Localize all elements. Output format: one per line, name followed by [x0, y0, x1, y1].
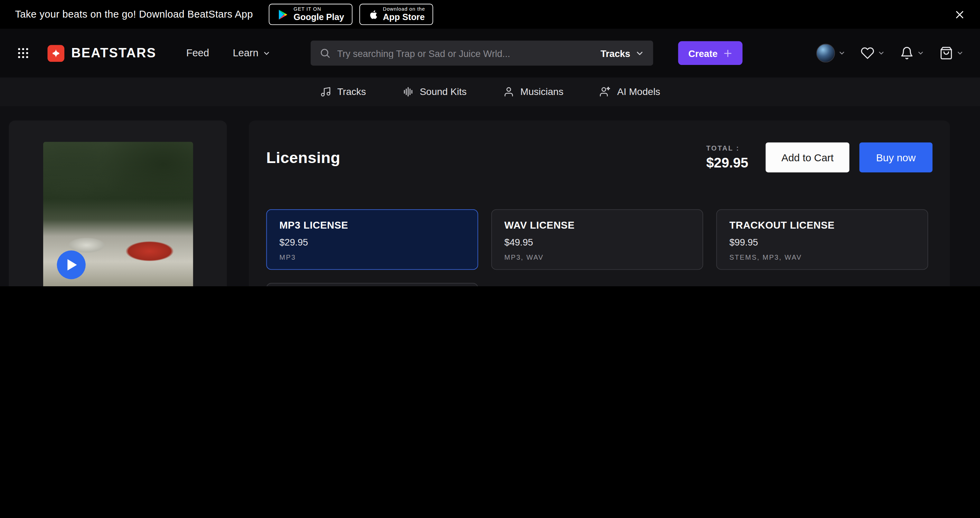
search-icon — [320, 47, 331, 59]
subnav-item-sound-kits[interactable]: Sound Kits — [402, 86, 466, 98]
create-button[interactable]: Create — [678, 41, 743, 65]
chevron-down-icon — [917, 49, 924, 57]
main-nav: Feed Learn — [186, 47, 271, 59]
license-options-grid: MP3 LICENSE $29.95 MP3 WAV LICENSE $49.9… — [266, 209, 929, 286]
person-sparkle-icon — [600, 86, 611, 98]
add-to-cart-button[interactable]: Add to Cart — [766, 142, 849, 172]
app-store-badge[interactable]: Download on the App Store — [359, 4, 433, 25]
store-badges: GET IT ON Google Play Download on the Ap… — [269, 4, 433, 25]
beatstars-logo[interactable]: BEATSTARS — [47, 44, 156, 62]
license-card-mp3[interactable]: MP3 LICENSE $29.95 MP3 — [266, 209, 478, 270]
subnav-item-musicians[interactable]: Musicians — [503, 86, 563, 98]
search-input[interactable] — [337, 48, 594, 58]
licensing-panel: Licensing TOTAL : $29.95 Add to Cart Buy… — [249, 121, 950, 286]
apps-grid-icon[interactable] — [16, 46, 30, 60]
bell-icon — [900, 46, 914, 60]
nav-item-feed[interactable]: Feed — [186, 47, 209, 59]
banner-text: Take your beats on the go! Download Beat… — [15, 9, 253, 20]
favorites-menu[interactable] — [861, 46, 885, 60]
total-block: TOTAL : $29.95 — [706, 144, 748, 171]
google-play-top-line: GET IT ON — [294, 7, 344, 13]
subnav-item-tracks[interactable]: Tracks — [320, 86, 366, 98]
licensing-header: Licensing TOTAL : $29.95 Add to Cart Buy… — [266, 121, 932, 194]
track-card: EMPTY POCKETS noizy (BU 85 0 — [9, 121, 227, 286]
app-download-banner: Take your beats on the go! Download Beat… — [0, 0, 980, 29]
page: Take your beats on the go! Download Beat… — [0, 0, 980, 286]
app-store-top-line: Download on the — [383, 7, 425, 13]
beatstars-logo-icon — [47, 44, 64, 62]
chevron-down-icon — [838, 49, 846, 57]
buy-now-button[interactable]: Buy now — [859, 142, 932, 172]
category-subnav: Tracks Sound Kits Musicians AI Models — [0, 77, 980, 106]
license-card-unlimited[interactable]: UNLIMITED LICENSE $139.95 STEMS, MP3, WA… — [266, 283, 478, 286]
nav-item-learn[interactable]: Learn — [233, 47, 271, 59]
chevron-down-icon — [635, 48, 644, 58]
cart-menu[interactable] — [939, 46, 964, 60]
google-play-icon — [277, 8, 288, 20]
total-label: TOTAL : — [706, 144, 748, 152]
plus-icon — [723, 48, 733, 58]
main-header: BEATSTARS Feed Learn Tracks — [0, 29, 980, 77]
subnav-item-ai-models[interactable]: AI Models — [600, 86, 660, 98]
music-note-icon — [320, 86, 331, 98]
play-button[interactable] — [57, 250, 85, 279]
license-card-wav[interactable]: WAV LICENSE $49.95 MP3, WAV — [492, 209, 703, 270]
header-actions — [801, 44, 964, 62]
notifications-menu[interactable] — [900, 46, 924, 60]
shopping-bag-icon — [939, 46, 953, 60]
google-play-bottom-line: Google Play — [294, 13, 344, 22]
license-card-trackout[interactable]: TRACKOUT LICENSE $99.95 STEMS, MP3, WAV — [716, 209, 928, 270]
track-artwork — [43, 142, 193, 286]
person-icon — [503, 86, 514, 98]
google-play-badge[interactable]: GET IT ON Google Play — [269, 4, 352, 25]
app-store-bottom-line: App Store — [383, 13, 425, 22]
chevron-down-icon — [956, 49, 964, 57]
total-value: $29.95 — [706, 155, 748, 171]
licensing-title: Licensing — [266, 148, 340, 167]
search-bar: Tracks — [311, 41, 654, 66]
search-category-selector[interactable]: Tracks — [601, 48, 645, 58]
close-icon — [955, 9, 965, 20]
waveform-icon — [402, 86, 414, 98]
licensing-header-actions: TOTAL : $29.95 Add to Cart Buy now — [706, 142, 933, 172]
play-icon — [67, 259, 77, 271]
brand-name: BEATSTARS — [71, 46, 156, 60]
chevron-down-icon — [262, 49, 271, 57]
banner-close-button[interactable] — [955, 9, 965, 20]
chevron-down-icon — [877, 49, 885, 57]
apple-icon — [368, 8, 378, 21]
profile-menu[interactable] — [816, 44, 846, 62]
heart-icon — [861, 46, 875, 60]
avatar — [816, 44, 835, 62]
